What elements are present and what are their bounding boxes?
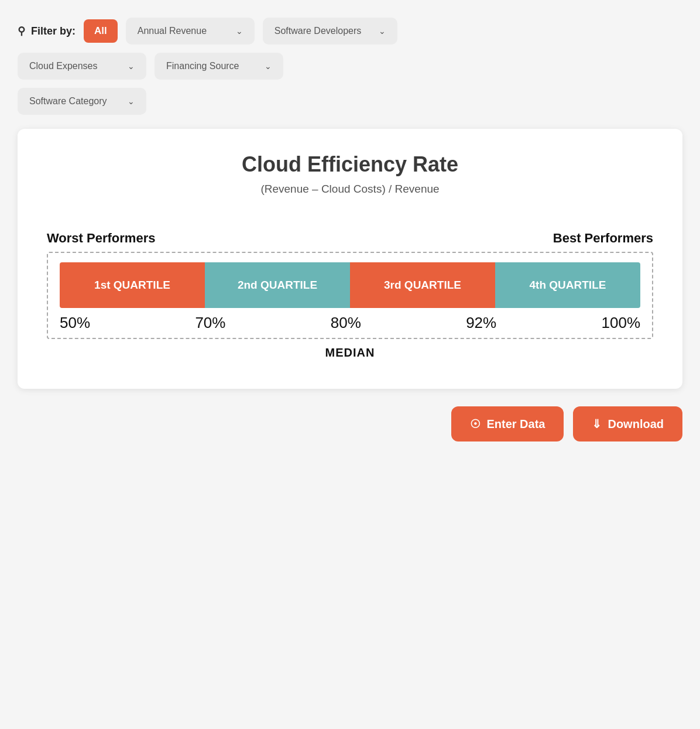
filter-row-1: ⚲ Filter by: All Annual Revenue ⌄ Softwa… [18,18,682,45]
download-icon: ⇓ [592,417,602,431]
cloud-expenses-dropdown[interactable]: Cloud Expenses ⌄ [18,53,146,80]
quartile-dashed-border: 1st QUARTILE 2nd QUARTILE 3rd QUARTILE 4… [47,252,653,339]
all-button[interactable]: All [84,19,118,43]
performers-labels: Worst Performers Best Performers [47,231,653,246]
quartile-3-label: 3rd QUARTILE [384,279,461,292]
quartile-bar-2: 2nd QUARTILE [205,262,350,308]
quartile-1-label: 1st QUARTILE [94,279,170,292]
chevron-down-icon: ⌄ [236,26,243,36]
financing-source-label: Financing Source [166,61,239,71]
chevron-down-icon: ⌄ [128,97,135,106]
chevron-down-icon: ⌄ [265,61,272,71]
filter-label: Filter by: [31,25,76,37]
annual-revenue-label: Annual Revenue [138,26,207,36]
chevron-down-icon: ⌄ [128,61,135,71]
quartile-bar-4: 4th QUARTILE [495,262,640,308]
quartile-bars: 1st QUARTILE 2nd QUARTILE 3rd QUARTILE 4… [60,262,640,308]
quartile-bar-3: 3rd QUARTILE [350,262,495,308]
quartile-2-label: 2nd QUARTILE [238,279,317,292]
bottom-actions: ☉ Enter Data ⇓ Download [18,406,682,441]
software-category-dropdown[interactable]: Software Category ⌄ [18,88,146,115]
pct-50: 50% [60,314,90,332]
best-performers-label: Best Performers [553,231,653,246]
annual-revenue-dropdown[interactable]: Annual Revenue ⌄ [126,18,255,45]
filter-row-3: Software Category ⌄ [18,88,682,115]
quartile-bar-1: 1st QUARTILE [60,262,205,308]
pct-70: 70% [195,314,225,332]
enter-data-label: Enter Data [486,417,545,431]
cloud-expenses-label: Cloud Expenses [29,61,98,71]
median-label: MEDIAN [47,346,653,360]
filter-row-2: Cloud Expenses ⌄ Financing Source ⌄ [18,53,682,80]
download-label: Download [608,417,664,431]
filter-label-group: ⚲ Filter by: [18,25,76,37]
quartile-4-label: 4th QUARTILE [530,279,606,292]
enter-data-button[interactable]: ☉ Enter Data [451,406,564,441]
pct-80: 80% [331,314,361,332]
percentage-labels: 50% 70% 80% 92% 100% [60,314,640,332]
chart-title: Cloud Efficiency Rate [47,152,653,177]
enter-data-icon: ☉ [470,417,481,431]
filter-icon: ⚲ [18,25,25,37]
download-button[interactable]: ⇓ Download [573,406,682,441]
pct-92: 92% [466,314,496,332]
software-developers-dropdown[interactable]: Software Developers ⌄ [263,18,398,45]
worst-performers-label: Worst Performers [47,231,155,246]
chart-card: Cloud Efficiency Rate (Revenue – Cloud C… [18,129,682,389]
quartile-container: Worst Performers Best Performers 1st QUA… [47,231,653,360]
financing-source-dropdown[interactable]: Financing Source ⌄ [155,53,283,80]
software-category-label: Software Category [29,96,107,107]
software-developers-label: Software Developers [274,26,362,36]
pct-100: 100% [602,314,641,332]
chevron-down-icon: ⌄ [379,26,386,36]
chart-subtitle: (Revenue – Cloud Costs) / Revenue [47,183,653,196]
